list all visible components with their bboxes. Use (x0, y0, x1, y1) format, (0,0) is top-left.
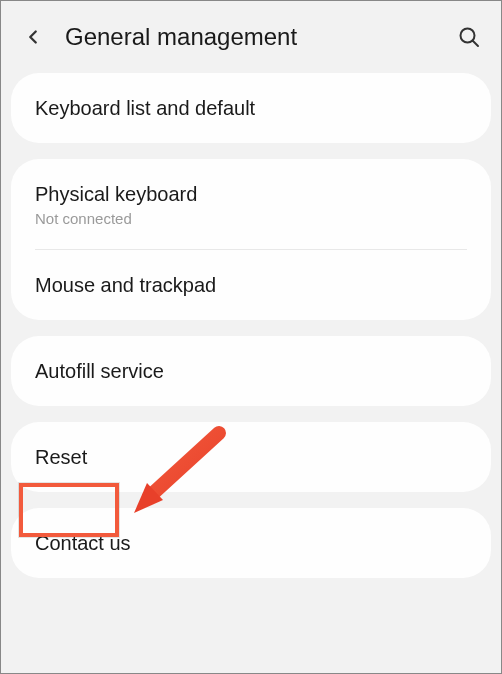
back-button[interactable] (19, 23, 47, 51)
item-physical-keyboard[interactable]: Physical keyboard Not connected (11, 159, 491, 249)
settings-list: Keyboard list and default Physical keybo… (1, 73, 501, 578)
item-keyboard-list[interactable]: Keyboard list and default (11, 73, 491, 143)
card-contact: Contact us (11, 508, 491, 578)
card-reset: Reset (11, 422, 491, 492)
item-label: Physical keyboard (35, 181, 467, 207)
item-label: Mouse and trackpad (35, 272, 467, 298)
svg-line-1 (473, 41, 479, 47)
item-label: Reset (35, 444, 467, 470)
item-autofill-service[interactable]: Autofill service (11, 336, 491, 406)
item-subtitle: Not connected (35, 210, 467, 227)
card-autofill: Autofill service (11, 336, 491, 406)
item-reset[interactable]: Reset (11, 422, 491, 492)
card-input-devices: Physical keyboard Not connected Mouse an… (11, 159, 491, 320)
item-contact-us[interactable]: Contact us (11, 508, 491, 578)
header-bar: General management (1, 1, 501, 73)
item-label: Contact us (35, 530, 467, 556)
search-button[interactable] (455, 23, 483, 51)
card-keyboard-list: Keyboard list and default (11, 73, 491, 143)
item-label: Keyboard list and default (35, 95, 467, 121)
item-label: Autofill service (35, 358, 467, 384)
chevron-left-icon (22, 26, 44, 48)
search-icon (457, 25, 481, 49)
item-mouse-trackpad[interactable]: Mouse and trackpad (11, 250, 491, 320)
page-title: General management (65, 23, 455, 51)
